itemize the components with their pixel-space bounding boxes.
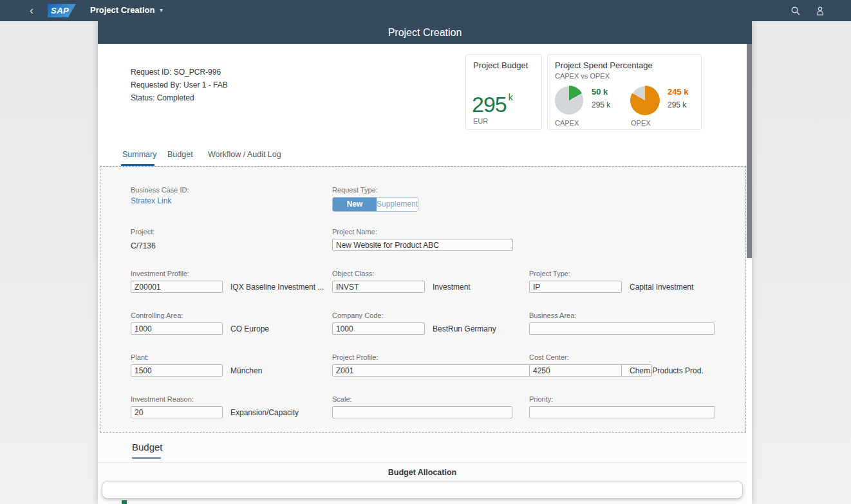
priority-input[interactable] bbox=[529, 406, 715, 418]
project-type-input[interactable] bbox=[529, 281, 622, 293]
budget-card-unit: k bbox=[509, 92, 512, 102]
business-case-link[interactable]: Stratex Link bbox=[131, 196, 171, 205]
tab-budget[interactable]: Budget bbox=[167, 150, 193, 159]
scrollbar-thumb[interactable] bbox=[747, 44, 752, 258]
controlling-area-field: Controlling Area: CO Europe bbox=[131, 312, 269, 335]
opex-value: 245 k bbox=[668, 87, 689, 97]
request-type-label: Request Type: bbox=[332, 186, 418, 194]
status-text: Status: Completed bbox=[131, 93, 194, 102]
project-value: C/7136 bbox=[131, 241, 156, 250]
shell-bar: ‹ SAP Project Creation ▾ bbox=[0, 0, 851, 21]
business-area-input[interactable] bbox=[529, 322, 715, 335]
search-icon[interactable] bbox=[790, 6, 801, 16]
tab-summary[interactable]: Summary bbox=[122, 150, 156, 159]
business-area-field: Business Area: bbox=[529, 312, 715, 335]
project-budget-card[interactable]: Project Budget 295k EUR bbox=[465, 54, 542, 130]
sap-logo-text: SAP bbox=[51, 6, 69, 15]
budget-section-title[interactable]: Budget bbox=[132, 442, 163, 453]
controlling-area-desc: CO Europe bbox=[230, 324, 269, 333]
capex-total: 295 k bbox=[592, 100, 610, 109]
scale-input[interactable] bbox=[332, 406, 512, 418]
budget-card-title: Project Budget bbox=[473, 61, 528, 70]
capex-label: CAPEX bbox=[555, 119, 579, 127]
capex-pie-slice bbox=[554, 86, 584, 115]
company-code-label: Company Code: bbox=[332, 312, 496, 319]
request-type-option-supplement[interactable]: Supplement bbox=[377, 198, 418, 211]
cost-center-input[interactable] bbox=[529, 364, 622, 377]
divider bbox=[98, 462, 747, 463]
business-case-label: Business Case ID: bbox=[131, 186, 189, 194]
request-id-text: Request ID: SO_PCR-996 bbox=[131, 68, 221, 77]
cost-center-label: Cost Center: bbox=[529, 353, 704, 361]
opex-pie-slice bbox=[630, 86, 660, 115]
plant-input[interactable] bbox=[131, 364, 223, 377]
budget-section-indicator bbox=[132, 457, 161, 459]
shell-app-title[interactable]: Project Creation bbox=[90, 5, 154, 15]
investment-profile-label: Investment Profile: bbox=[131, 270, 324, 277]
plant-field: Plant: München bbox=[131, 353, 262, 377]
company-code-desc: BestRun Germany bbox=[433, 324, 496, 333]
back-icon[interactable]: ‹ bbox=[30, 3, 33, 18]
investment-reason-label: Investment Reason: bbox=[131, 395, 299, 403]
project-type-desc: Capital Investment bbox=[630, 283, 693, 292]
project-label: Project: bbox=[131, 228, 156, 236]
user-icon[interactable] bbox=[815, 6, 825, 16]
object-class-field: Object Class: Investment bbox=[332, 270, 471, 293]
opex-total: 295 k bbox=[668, 100, 689, 109]
company-code-field: Company Code: BestRun Germany bbox=[332, 312, 496, 335]
budget-section: Budget Budget Allocation bbox=[98, 433, 747, 504]
requested-by-text: Requested By: User 1 - FAB bbox=[131, 80, 228, 89]
opex-label: OPEX bbox=[631, 119, 651, 127]
object-class-label: Object Class: bbox=[332, 270, 471, 277]
page: ‹ SAP Project Creation ▾ Project Creatio… bbox=[0, 0, 851, 504]
investment-profile-field: Investment Profile: IQX Baseline Investm… bbox=[131, 270, 324, 293]
project-spend-card[interactable]: Project Spend Percentage CAPEX vs OPEX 5… bbox=[547, 54, 702, 130]
cost-center-field: Cost Center: Chem.Products Prod. bbox=[529, 353, 704, 377]
capex-value: 50 k bbox=[592, 87, 610, 97]
budget-allocation-title: Budget Allocation bbox=[98, 468, 747, 477]
chevron-down-icon[interactable]: ▾ bbox=[160, 5, 163, 15]
sap-logo: SAP bbox=[48, 4, 76, 17]
investment-reason-field: Investment Reason: Expansion/Capacity bbox=[131, 395, 299, 418]
scale-field: Scale: bbox=[332, 395, 512, 418]
project-type-label: Project Type: bbox=[529, 270, 693, 277]
request-type-option-new[interactable]: New bbox=[333, 198, 377, 211]
project-name-field: Project Name: bbox=[332, 228, 513, 251]
priority-field: Priority: bbox=[529, 395, 715, 418]
request-type-field: Request Type: New Supplement bbox=[332, 186, 418, 212]
controlling-area-label: Controlling Area: bbox=[131, 312, 269, 319]
capex-pie-chart bbox=[554, 86, 584, 115]
company-code-input[interactable] bbox=[332, 322, 425, 335]
tab-workflow-audit-log[interactable]: Workflow / Audit Log bbox=[208, 150, 281, 159]
budget-card-currency: EUR bbox=[473, 117, 488, 125]
investment-profile-desc: IQX Baseline Investment ... bbox=[230, 283, 324, 292]
request-type-segmented-control: New Supplement bbox=[332, 197, 418, 212]
spend-card-title: Project Spend Percentage bbox=[555, 61, 653, 70]
spend-card-subtitle: CAPEX vs OPEX bbox=[555, 72, 610, 80]
project-type-field: Project Type: Capital Investment bbox=[529, 270, 693, 293]
cost-center-desc: Chem.Products Prod. bbox=[630, 366, 704, 375]
page-title: Project Creation bbox=[98, 21, 752, 44]
summary-form-section bbox=[100, 166, 746, 433]
business-case-field: Business Case ID: Stratex Link bbox=[131, 186, 189, 206]
investment-reason-input[interactable] bbox=[131, 406, 223, 418]
scale-label: Scale: bbox=[332, 395, 512, 403]
plant-desc: München bbox=[230, 366, 262, 375]
budget-card-value: 295k bbox=[472, 92, 512, 117]
budget-chart-fragment bbox=[122, 500, 127, 504]
business-area-label: Business Area: bbox=[529, 312, 715, 319]
opex-pie-chart bbox=[630, 86, 660, 115]
scrollbar-track[interactable] bbox=[747, 44, 752, 504]
project-name-label: Project Name: bbox=[332, 228, 513, 236]
investment-reason-desc: Expansion/Capacity bbox=[230, 408, 299, 417]
budget-allocation-panel bbox=[102, 481, 743, 499]
project-field: Project: C/7136 bbox=[131, 228, 156, 250]
controlling-area-input[interactable] bbox=[131, 322, 223, 335]
app-window: Project Creation Request ID: SO_PCR-996 … bbox=[98, 21, 752, 504]
priority-label: Priority: bbox=[529, 395, 715, 403]
investment-profile-input[interactable] bbox=[131, 281, 223, 293]
plant-label: Plant: bbox=[131, 353, 262, 361]
object-class-desc: Investment bbox=[433, 283, 471, 292]
project-name-input[interactable] bbox=[332, 239, 513, 251]
object-class-input[interactable] bbox=[332, 281, 425, 293]
